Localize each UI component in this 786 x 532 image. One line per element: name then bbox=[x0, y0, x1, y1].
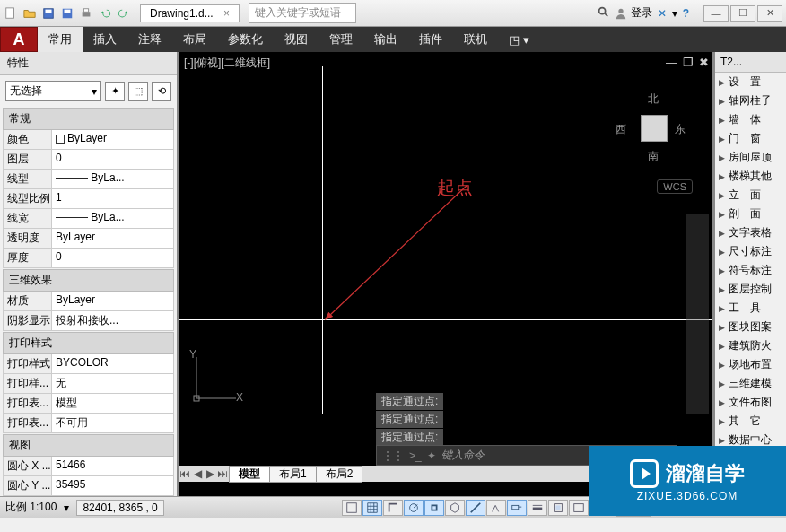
ribbon-tab-parametric[interactable]: 参数化 bbox=[217, 27, 274, 52]
ortho-toggle[interactable] bbox=[383, 500, 403, 516]
property-row[interactable]: 线型比例1 bbox=[3, 189, 174, 209]
palette-item[interactable]: ▶楼梯其他 bbox=[715, 167, 786, 186]
exchange-icon[interactable]: ✕ bbox=[658, 7, 667, 20]
minimize-button[interactable]: — bbox=[703, 5, 729, 22]
print-icon[interactable] bbox=[79, 6, 93, 21]
maximize-button[interactable]: ☐ bbox=[730, 5, 755, 22]
snap-toggle[interactable] bbox=[342, 500, 362, 516]
property-value[interactable]: 35495 bbox=[52, 476, 173, 496]
ribbon-tab-view[interactable]: 视图 bbox=[274, 27, 319, 52]
palette-item[interactable]: ▶文字表格 bbox=[715, 223, 786, 242]
viewcube-east[interactable]: 东 bbox=[675, 122, 686, 137]
viewport-close-icon[interactable]: ✖ bbox=[699, 56, 709, 69]
lwt-toggle[interactable] bbox=[528, 500, 547, 516]
property-value[interactable]: ——— ByLa... bbox=[52, 170, 173, 189]
command-recent-icon[interactable]: ✦ bbox=[427, 449, 436, 462]
help-icon[interactable]: ? bbox=[683, 7, 689, 20]
document-tab[interactable]: Drawing1.d... × bbox=[140, 4, 240, 22]
palette-item[interactable]: ▶剖 面 bbox=[715, 205, 786, 223]
property-row[interactable]: 打印表...模型 bbox=[3, 394, 174, 414]
ribbon-tab-manage[interactable]: 管理 bbox=[319, 27, 363, 52]
property-row[interactable]: 圆心 Y ...35495 bbox=[3, 476, 174, 496]
layout-tab-model[interactable]: 模型 bbox=[229, 466, 270, 483]
property-value[interactable]: ByLayer bbox=[52, 229, 173, 249]
ribbon-tab-extra[interactable]: ◳ ▾ bbox=[498, 27, 540, 52]
property-value[interactable]: ——— ByLa... bbox=[52, 209, 173, 229]
drawing-area[interactable]: [-][俯视][二维线框] — ❐ ✖ 起点 北 南 西 东 WCS bbox=[179, 52, 714, 496]
property-value[interactable]: 0 bbox=[52, 150, 173, 170]
save-icon[interactable] bbox=[41, 6, 56, 21]
tab-last-icon[interactable]: ⏭ bbox=[216, 467, 229, 480]
property-row[interactable]: 打印样式BYCOLOR bbox=[3, 354, 174, 374]
ribbon-tab-layout[interactable]: 布局 bbox=[172, 27, 217, 52]
property-value[interactable]: BYCOLOR bbox=[52, 354, 173, 374]
ribbon-tab-insert[interactable]: 插入 bbox=[83, 27, 127, 52]
palette-item[interactable]: ▶立 面 bbox=[715, 186, 786, 205]
ribbon-tab-home[interactable]: 常用 bbox=[38, 27, 83, 52]
viewcube-west[interactable]: 西 bbox=[616, 122, 626, 137]
layout-tab-1[interactable]: 布局1 bbox=[269, 466, 317, 483]
palette-item[interactable]: ▶文件布图 bbox=[715, 393, 786, 412]
palette-item[interactable]: ▶设 置 bbox=[715, 73, 786, 92]
grid-toggle[interactable] bbox=[362, 500, 382, 516]
property-value[interactable]: ByLayer bbox=[52, 130, 173, 150]
app-menu-button[interactable]: A bbox=[0, 27, 38, 52]
property-row[interactable]: 厚度0 bbox=[3, 249, 174, 268]
property-row[interactable]: 图层0 bbox=[3, 150, 174, 170]
property-value[interactable]: 51466 bbox=[52, 457, 173, 476]
3dosnap-toggle[interactable] bbox=[445, 500, 465, 516]
palette-item[interactable]: ▶尺寸标注 bbox=[715, 242, 786, 261]
redo-icon[interactable] bbox=[117, 6, 131, 21]
undo-icon[interactable] bbox=[98, 6, 112, 21]
layout-tab-2[interactable]: 布局2 bbox=[316, 466, 363, 483]
login-button[interactable]: 登录 bbox=[615, 5, 652, 21]
toggle-pickadd-button[interactable]: ⟲ bbox=[152, 82, 171, 101]
property-row[interactable]: 线宽——— ByLa... bbox=[3, 209, 174, 229]
wcs-badge[interactable]: WCS bbox=[657, 179, 693, 194]
section-3dfx[interactable]: 三维效果 bbox=[3, 269, 174, 292]
search-icon[interactable] bbox=[597, 5, 609, 21]
palette-item[interactable]: ▶三维建模 bbox=[715, 374, 786, 393]
tpy-toggle[interactable] bbox=[548, 500, 568, 516]
close-button[interactable]: ✕ bbox=[757, 5, 782, 22]
viewport-label[interactable]: [-][俯视][二维线框] bbox=[184, 56, 270, 71]
new-icon[interactable] bbox=[4, 6, 18, 21]
property-row[interactable]: 线型——— ByLa... bbox=[3, 170, 174, 189]
property-value[interactable]: 投射和接收... bbox=[52, 311, 173, 331]
search-input[interactable]: 键入关键字或短语 bbox=[249, 3, 356, 23]
tab-prev-icon[interactable]: ◀ bbox=[191, 467, 204, 480]
palette-item[interactable]: ▶符号标注 bbox=[715, 261, 786, 280]
palette-item[interactable]: ▶工 具 bbox=[715, 299, 786, 318]
dyn-toggle[interactable] bbox=[507, 500, 527, 516]
coords-display[interactable]: 82401, 8365 , 0 bbox=[76, 500, 163, 516]
tab-next-icon[interactable]: ▶ bbox=[204, 467, 216, 480]
section-plot[interactable]: 打印样式 bbox=[3, 332, 174, 354]
close-icon[interactable]: × bbox=[223, 7, 230, 20]
palette-item[interactable]: ▶门 窗 bbox=[715, 129, 786, 148]
save-as-icon[interactable] bbox=[60, 6, 74, 21]
viewcube-south[interactable]: 南 bbox=[648, 149, 659, 164]
property-row[interactable]: 颜色ByLayer bbox=[3, 130, 174, 150]
palette-item[interactable]: ▶图层控制 bbox=[715, 280, 786, 299]
viewport-minimize-icon[interactable]: — bbox=[666, 56, 677, 69]
qp-toggle[interactable] bbox=[569, 500, 589, 516]
palette-item[interactable]: ▶墙 体 bbox=[715, 110, 786, 129]
navigation-bar[interactable] bbox=[686, 214, 709, 414]
property-row[interactable]: 打印表...不可用 bbox=[3, 414, 174, 433]
property-row[interactable]: 阴影显示投射和接收... bbox=[3, 311, 174, 331]
section-general[interactable]: 常规 bbox=[3, 108, 174, 130]
otrack-toggle[interactable] bbox=[466, 500, 485, 516]
selection-combo[interactable]: 无选择 ▾ bbox=[5, 81, 101, 101]
osnap-toggle[interactable] bbox=[424, 500, 444, 516]
cmd-handle-icon[interactable]: ⋮⋮ bbox=[382, 449, 404, 462]
select-objects-button[interactable]: ⬚ bbox=[128, 82, 148, 101]
property-row[interactable]: 材质ByLayer bbox=[3, 292, 174, 311]
open-icon[interactable] bbox=[22, 6, 37, 21]
dropdown-icon[interactable]: ▾ bbox=[672, 7, 677, 20]
property-value[interactable]: 无 bbox=[52, 374, 173, 394]
property-value[interactable]: 不可用 bbox=[52, 414, 173, 433]
palette-item[interactable]: ▶场地布置 bbox=[715, 355, 786, 374]
viewcube[interactable]: 北 南 西 东 bbox=[614, 88, 694, 169]
section-view[interactable]: 视图 bbox=[3, 434, 174, 457]
property-value[interactable]: 0 bbox=[52, 249, 173, 268]
